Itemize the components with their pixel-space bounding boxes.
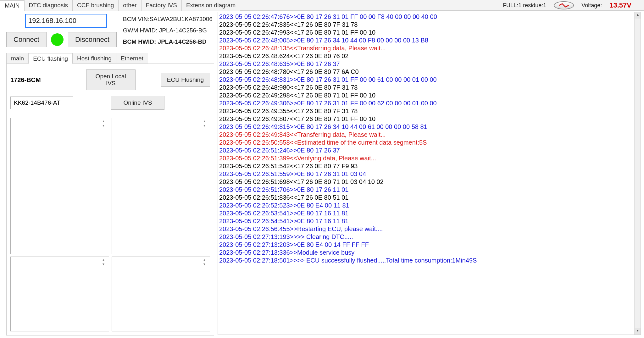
scroll-track[interactable] — [635, 19, 641, 328]
sub-tab-ecu-flashing[interactable]: ECU flashing — [28, 53, 73, 64]
log-line: 2023-05-05 02:26:49:298<<17 26 0E 80 71 … — [219, 91, 639, 99]
scroll-down-icon[interactable]: ▾ — [635, 328, 641, 335]
log-line: 2023-05-05 02:26:53:541>>0E 80 17 16 11 … — [219, 209, 639, 217]
voltage-value: 13.57V — [609, 1, 631, 9]
log-line: 2023-05-05 02:26:51:399<<Verifying data,… — [219, 154, 639, 162]
log-line: 2023-05-05 02:26:51:246>>0E 80 17 26 37 — [219, 147, 639, 154]
connect-button[interactable]: Connect — [6, 32, 47, 47]
log-line: 2023-05-05 02:26:47:835<<17 26 0E 80 7F … — [219, 21, 639, 29]
voltage-label: Voltage: — [581, 2, 602, 9]
disconnect-button[interactable]: Disconnect — [68, 32, 117, 47]
panel-box-bottom-left[interactable]: ▴▾ — [10, 257, 109, 331]
brand-logo-icon — [554, 1, 574, 9]
top-tab-dtc-diagnosis[interactable]: DTC diagnosis — [24, 0, 73, 11]
log-line: 2023-05-05 02:26:56:455>>Restarting ECU,… — [219, 225, 639, 233]
log-line: 2023-05-05 02:26:48:635>>0E 80 17 26 37 — [219, 60, 639, 68]
connection-status-icon — [51, 33, 64, 46]
top-tab-main[interactable]: MAIN — [0, 0, 25, 11]
log-line: 2023-05-05 02:26:47:676>>0E 80 17 26 31 … — [219, 13, 639, 21]
ecu-flushing-button[interactable]: ECU Flushing — [161, 73, 210, 87]
top-tab-factory-ivs[interactable]: Factory IVS — [141, 0, 182, 11]
log-line: 2023-05-05 02:26:49:815>>0E 80 17 26 34 … — [219, 123, 639, 131]
sub-tab-host-flushing[interactable]: Host flushing — [72, 53, 116, 64]
bcm-hwid-label: BCM HWID: JPLA-14C256-BD — [123, 38, 213, 45]
panel-box-bottom-right[interactable]: ▴▾ — [112, 257, 210, 331]
log-line: 2023-05-05 02:26:48:780<<17 26 0E 80 77 … — [219, 68, 639, 76]
sub-tabs: mainECU flashingHost flushingEthernet — [6, 53, 214, 64]
log-scrollbar[interactable]: ▴ ▾ — [634, 12, 641, 335]
log-line: 2023-05-05 02:26:48:831>>0E 80 17 26 31 … — [219, 76, 639, 84]
bcm-vin-label: BCM VIN:SALWA2BU1KA873006 — [123, 16, 213, 23]
open-local-ivs-button[interactable]: Open Local IVS — [86, 69, 136, 90]
status-area: FULL:1 residue:1 Voltage: 13.57V — [503, 0, 644, 11]
ecu-module-label: 1726-BCM — [10, 76, 67, 84]
gwm-hwid-label: GWM HWID: JPLA-14C256-BG — [123, 27, 213, 34]
log-line: 2023-05-05 02:26:54:541>>0E 80 17 16 11 … — [219, 217, 639, 225]
status-full-residue: FULL:1 residue:1 — [503, 2, 546, 9]
log-line: 2023-05-05 02:26:50:558<<Estimated time … — [219, 139, 639, 147]
scroll-thumb-icon[interactable]: ▴▾ — [103, 258, 108, 265]
sub-tab-ethernet[interactable]: Ethernet — [116, 53, 148, 64]
top-tab-other[interactable]: other — [118, 0, 141, 11]
scroll-thumb-icon[interactable]: ▴▾ — [203, 258, 209, 265]
panel-box-top-left[interactable]: ▴▾ — [10, 118, 109, 254]
log-line: 2023-05-05 02:26:49:355<<17 26 0E 80 7F … — [219, 107, 639, 115]
part-number-input[interactable] — [10, 97, 73, 109]
log-line: 2023-05-05 02:27:13:336>>Module service … — [219, 249, 639, 257]
log-output[interactable]: 2023-05-05 02:26:47:676>>0E 80 17 26 31 … — [218, 12, 641, 335]
left-panel: Connect Disconnect BCM VIN:SALWA2BU1KA87… — [0, 11, 217, 338]
scroll-thumb-icon[interactable]: ▴▾ — [103, 119, 108, 127]
scroll-up-icon[interactable]: ▴ — [635, 12, 641, 19]
log-line: 2023-05-05 02:26:52:523>>0E 80 E4 00 11 … — [219, 202, 639, 209]
log-panel: 2023-05-05 02:26:47:676>>0E 80 17 26 31 … — [218, 12, 641, 335]
log-line: 2023-05-05 02:26:51:706>>0E 80 17 26 11 … — [219, 186, 639, 194]
log-line: 2023-05-05 02:26:49:306>>0E 80 17 26 31 … — [219, 99, 639, 107]
log-line: 2023-05-05 02:26:49:807<<17 26 0E 80 71 … — [219, 115, 639, 123]
top-tab-ccf-brushing[interactable]: CCF brushing — [72, 0, 119, 11]
panel-box-top-right[interactable]: ▴▾ — [112, 118, 210, 254]
log-line: 2023-05-05 02:26:51:836<<17 26 0E 80 51 … — [219, 194, 639, 202]
ecu-flashing-panel: 1726-BCM Open Local IVS ECU Flushing Onl… — [6, 64, 214, 335]
log-line: 2023-05-05 02:27:18:501>>>> ECU successf… — [219, 257, 639, 264]
log-line: 2023-05-05 02:26:48:005>>0E 80 17 26 34 … — [219, 36, 639, 44]
log-line: 2023-05-05 02:27:13:193>>>> Clearing DTC… — [219, 233, 639, 241]
log-line: 2023-05-05 02:26:51:542<<17 26 0E 80 77 … — [219, 162, 639, 170]
log-line: 2023-05-05 02:26:47:993<<17 26 0E 80 71 … — [219, 29, 639, 36]
log-line: 2023-05-05 02:26:48:980<<17 26 0E 80 7F … — [219, 84, 639, 91]
top-tab-extension-diagram[interactable]: Extension diagram — [181, 0, 240, 11]
sub-tab-main[interactable]: main — [6, 53, 29, 64]
log-line: 2023-05-05 02:26:48:135<<Transferring da… — [219, 44, 639, 52]
log-line: 2023-05-05 02:26:48:624<<17 26 0E 80 76 … — [219, 52, 639, 60]
online-ivs-button[interactable]: Online IVS — [111, 96, 164, 110]
top-tabs: MAINDTC diagnosisCCF brushingotherFactor… — [0, 0, 644, 11]
log-line: 2023-05-05 02:26:51:698<<17 26 0E 80 71 … — [219, 178, 639, 186]
scroll-thumb-icon[interactable]: ▴▾ — [203, 119, 209, 127]
log-line: 2023-05-05 02:26:49:843<<Transferring da… — [219, 131, 639, 139]
log-line: 2023-05-05 02:26:51:559>>0E 80 17 26 31 … — [219, 170, 639, 178]
ip-address-input[interactable] — [25, 14, 107, 28]
log-line: 2023-05-05 02:27:13:203>>0E 80 E4 00 14 … — [219, 241, 639, 249]
